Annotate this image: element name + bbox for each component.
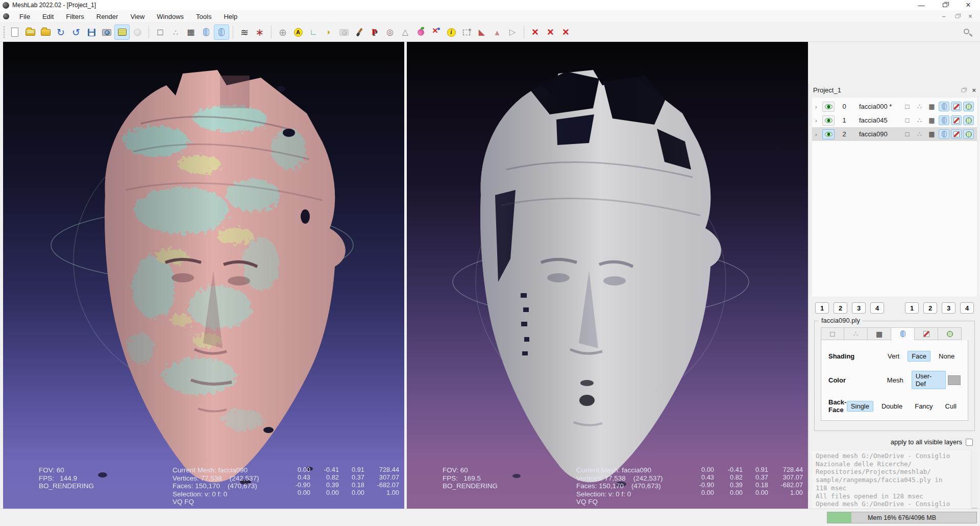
pick-points-icon[interactable] (367, 25, 382, 40)
golden-fan-icon[interactable]: ◗ (321, 25, 336, 40)
draw-points-icon[interactable]: ∴ (168, 25, 183, 40)
layer-smooth-icon[interactable] (939, 102, 949, 111)
reload-mesh-icon[interactable]: ↻ (53, 25, 68, 40)
layer-cube-icon[interactable]: □ (902, 102, 913, 111)
reload-all-meshes-icon[interactable]: ↺ (68, 25, 84, 40)
panel-close-icon[interactable]: × (972, 86, 976, 94)
show-camera-icon[interactable] (336, 25, 352, 40)
layer-cube-icon[interactable]: □ (902, 115, 913, 125)
backface-single-option[interactable]: Single (847, 401, 873, 412)
visibility-eye-button[interactable] (822, 115, 835, 126)
trackball-globe-icon[interactable]: ⊕ (275, 25, 290, 40)
menu-tools[interactable]: Tools (190, 11, 217, 22)
draw-bbox-icon[interactable]: □ (153, 25, 168, 40)
view-split-right-3-button[interactable]: 3 (942, 302, 955, 314)
layer-texture-icon[interactable] (963, 129, 974, 139)
tab-points[interactable]: ∴ (844, 327, 868, 340)
tab-facecolor[interactable] (915, 327, 938, 340)
view-split-left-4-button[interactable]: 4 (870, 302, 884, 314)
export-mesh-icon[interactable] (84, 25, 99, 40)
mdi-close-button[interactable]: × (965, 12, 976, 21)
menu-edit[interactable]: Edit (36, 11, 60, 22)
z-painting-icon[interactable] (352, 25, 367, 40)
layer-wire-icon[interactable]: ▦ (926, 129, 937, 139)
draw-wireframe-icon[interactable]: ▦ (183, 25, 199, 40)
view-split-right-4-button[interactable]: 4 (960, 302, 974, 314)
select-faces-icon[interactable]: ◣ (474, 25, 489, 40)
layer-cube-icon[interactable]: □ (902, 129, 913, 139)
layer-texture-icon[interactable] (963, 115, 974, 125)
align-tool-icon[interactable]: △ (398, 25, 413, 40)
layer-facecolor-icon[interactable] (951, 102, 962, 111)
select-faces-rect-icon[interactable]: ▲ (489, 25, 505, 40)
info-pane-icon[interactable] (444, 25, 459, 40)
new-project-icon[interactable] (7, 25, 22, 40)
project-panel-header[interactable]: Project_1 × (809, 84, 980, 97)
show-raster-icon[interactable] (130, 25, 145, 40)
menu-render[interactable]: Render (90, 11, 125, 22)
view-split-left-3-button[interactable]: 3 (852, 302, 866, 314)
color-userdef-option[interactable]: User-Def (912, 371, 946, 389)
layer-wire-icon[interactable]: ▦ (926, 102, 937, 111)
panel-float-icon[interactable] (962, 88, 966, 92)
backface-cull-option[interactable]: Cull (941, 401, 961, 412)
show-labels-icon[interactable] (290, 25, 306, 40)
layer-facecolor-icon[interactable] (951, 115, 962, 125)
layer-texture-icon[interactable] (963, 102, 974, 111)
mdi-restore-button[interactable] (951, 12, 963, 21)
menu-view[interactable]: View (124, 11, 151, 22)
layer-points-icon[interactable]: ∴ (914, 115, 925, 125)
import-mesh-icon[interactable] (38, 25, 53, 40)
color-mesh-option[interactable]: Mesh (883, 375, 908, 386)
layer-smooth-icon[interactable] (939, 115, 949, 125)
view-split-left-1-button[interactable]: 1 (815, 302, 829, 314)
menu-file[interactable]: File (13, 11, 36, 22)
menu-windows[interactable]: Windows (151, 11, 190, 22)
tab-bbox[interactable]: □ (821, 327, 844, 340)
select-vertices-icon[interactable] (459, 25, 474, 40)
view-split-left-2-button[interactable]: 2 (834, 302, 847, 314)
tab-wireframe[interactable]: ▦ (868, 327, 891, 340)
search-button[interactable] (960, 25, 975, 40)
move-manipulator-icon[interactable]: ▷ (505, 25, 520, 40)
open-project-icon[interactable] (22, 25, 38, 40)
shading-vert-option[interactable]: Vert (884, 351, 903, 362)
minimize-button[interactable]: — (910, 0, 933, 10)
backface-fancy-option[interactable]: Fancy (911, 401, 937, 412)
menu-filters[interactable]: Filters (60, 11, 90, 22)
expand-icon[interactable]: › (815, 104, 822, 110)
visibility-eye-button[interactable] (822, 129, 835, 139)
show-axis-icon[interactable]: ∟ (306, 25, 321, 40)
save-snapshot-icon[interactable] (99, 25, 114, 40)
apply-all-layers-checkbox[interactable] (966, 439, 973, 446)
shading-none-option[interactable]: None (935, 351, 959, 362)
show-layer-dialog-icon[interactable] (114, 25, 130, 40)
layer-row-2[interactable]: ›2faccia090□∴▦ (812, 127, 977, 141)
draw-flat-icon[interactable] (199, 25, 214, 40)
layer-wire-icon[interactable]: ▦ (926, 115, 937, 125)
view-split-right-1-button[interactable]: 1 (905, 302, 919, 314)
viewport-right[interactable]: FOV: 60FPS: 169.5BO_RENDERING Current Me… (407, 42, 808, 509)
menu-help[interactable]: Help (217, 11, 243, 22)
layer-points-icon[interactable]: ∴ (914, 129, 925, 139)
quality-mapper-icon[interactable] (413, 25, 428, 40)
restore-button[interactable] (933, 0, 957, 10)
expand-icon[interactable]: › (815, 131, 822, 137)
layer-row-1[interactable]: ›1faccia045□∴▦ (812, 113, 977, 127)
close-button[interactable]: × (957, 0, 980, 10)
mdi-minimize-button[interactable]: – (938, 12, 949, 21)
viewport-left[interactable]: FOV: 60FPS: 144.9BO_RENDERING Current Me… (3, 42, 404, 509)
delete-all-meshes-icon[interactable] (543, 25, 558, 40)
red-asterisk-pin-icon[interactable] (428, 25, 444, 40)
layer-points-icon[interactable]: ∴ (914, 102, 925, 111)
draw-smooth-icon[interactable] (214, 25, 229, 40)
visibility-eye-button[interactable] (822, 102, 835, 112)
backface-double-option[interactable]: Double (877, 401, 906, 412)
userdef-color-swatch[interactable] (948, 375, 961, 385)
view-split-right-2-button[interactable]: 2 (923, 302, 937, 314)
expand-icon[interactable]: › (815, 117, 822, 124)
tab-texture[interactable] (938, 327, 962, 340)
point-picking-icon[interactable]: ◎ (382, 25, 398, 40)
toolbar-grip[interactable] (3, 26, 5, 38)
layer-smooth-icon[interactable] (939, 129, 949, 139)
